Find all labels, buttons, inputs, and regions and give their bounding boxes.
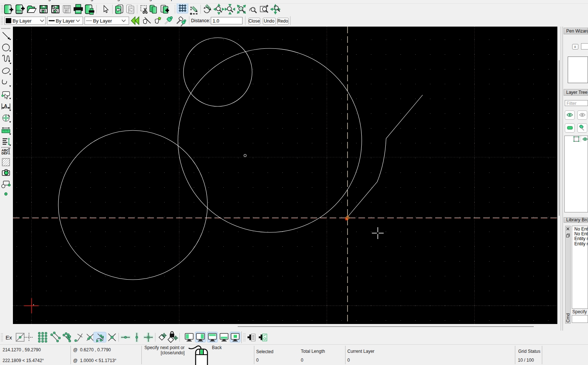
svg-text:Ex: Ex (6, 334, 12, 341)
svg-text:Distance:: Distance: (191, 18, 210, 23)
svg-text:DEF: DEF (1, 151, 8, 155)
svg-text:By Layer: By Layer (56, 18, 75, 24)
svg-text:By Layer: By Layer (13, 18, 32, 24)
svg-text:By Layer: By Layer (93, 18, 112, 24)
svg-text:Cmd: Cmd (565, 313, 571, 322)
svg-text:1.0: 1.0 (213, 18, 219, 24)
